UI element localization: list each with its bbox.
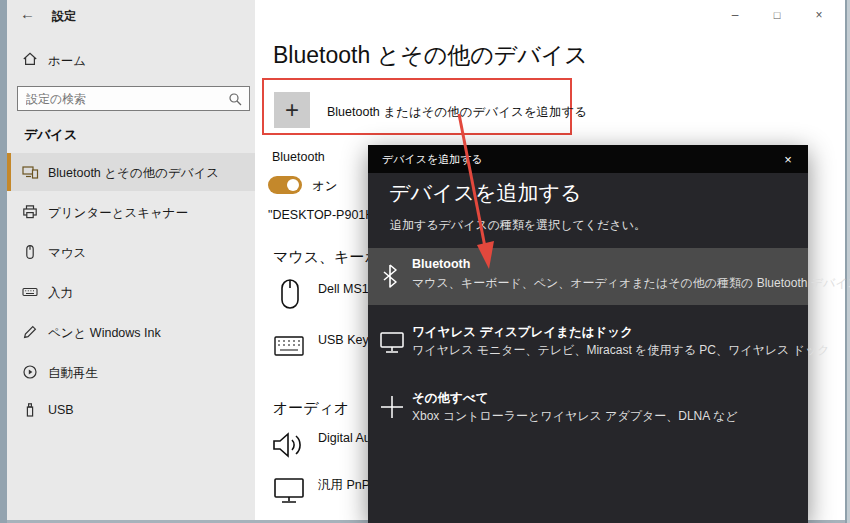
- sidebar-item-label: USB: [48, 403, 74, 417]
- option-title: その他すべて: [412, 390, 488, 407]
- bluetooth-toggle[interactable]: [268, 176, 302, 194]
- sidebar-section-devices: デバイス: [24, 126, 77, 144]
- keyboard-device-icon: [274, 336, 304, 356]
- sidebar-item-usb[interactable]: USB: [7, 391, 255, 429]
- computer-name: "DESKTOP-P901HE: [268, 208, 383, 222]
- sidebar-item-pen-ink[interactable]: ペンと Windows Ink: [7, 313, 255, 351]
- dialog-title: デバイスを追加する: [382, 152, 483, 167]
- section-audio: オーディオ: [273, 399, 349, 418]
- option-title: Bluetooth: [412, 257, 470, 271]
- desktop-edge-right: [845, 0, 850, 523]
- sidebar-item-label: 入力: [48, 285, 73, 302]
- sidebar-item-typing[interactable]: 入力: [7, 273, 255, 311]
- autoplay-icon: [22, 364, 38, 380]
- plus-icon: [380, 395, 404, 419]
- home-icon: [22, 51, 38, 67]
- minimize-button[interactable]: –: [714, 0, 756, 30]
- search-icon[interactable]: [228, 92, 242, 106]
- window-controls: – □ ×: [714, 0, 840, 30]
- window-title: 設定: [52, 8, 76, 25]
- bluetooth-icon: [380, 263, 400, 289]
- settings-sidebar: ホーム デバイス Bluetooth とその他のデバイス プリンターとスキャナー: [7, 0, 255, 520]
- monitor-device-icon: [274, 478, 304, 504]
- pen-icon: [22, 324, 38, 340]
- back-icon[interactable]: ←: [20, 5, 35, 22]
- bluetooth-toggle-state: オン: [312, 178, 338, 195]
- sidebar-item-label: Bluetooth とその他のデバイス: [48, 165, 219, 182]
- search-input[interactable]: [18, 87, 249, 110]
- sidebar-item-label: ホーム: [48, 53, 86, 70]
- sidebar-item-autoplay[interactable]: 自動再生: [7, 353, 255, 391]
- option-bluetooth[interactable]: Bluetooth マウス、キーボード、ペン、オーディオまたはその他の種類の B…: [368, 248, 808, 305]
- option-description: ワイヤレス モニター、テレビ、Miracast を使用する PC、ワイヤレス ド…: [412, 342, 830, 359]
- sidebar-item-label: マウス: [48, 245, 86, 262]
- devices-icon: [22, 164, 39, 180]
- dialog-titlebar: デバイスを追加する ×: [368, 145, 808, 173]
- sidebar-item-home[interactable]: ホーム: [7, 48, 255, 74]
- wireless-display-icon: [380, 332, 404, 354]
- mouse-icon: [22, 244, 38, 260]
- sidebar-item-printers[interactable]: プリンターとスキャナー: [7, 193, 255, 231]
- sidebar-item-label: プリンターとスキャナー: [48, 205, 188, 222]
- sidebar-item-label: 自動再生: [48, 365, 98, 382]
- desktop-edge-left: [0, 0, 7, 523]
- option-wireless-display[interactable]: ワイヤレス ディスプレイまたはドック ワイヤレス モニター、テレビ、Miraca…: [368, 315, 808, 372]
- option-description: Xbox コントローラーとワイヤレス アダプター、DLNA など: [412, 408, 737, 425]
- keyboard-icon: [22, 284, 38, 300]
- close-button[interactable]: ×: [798, 0, 840, 30]
- option-title: ワイヤレス ディスプレイまたはドック: [412, 324, 633, 341]
- page-title: Bluetooth とその他のデバイス: [273, 40, 588, 71]
- sidebar-item-label: ペンと Windows Ink: [48, 325, 161, 342]
- mouse-device-icon: [280, 278, 300, 310]
- add-device-dialog: デバイスを追加する × デバイスを追加する 追加するデバイスの種類を選択してくだ…: [368, 145, 808, 523]
- window-titlebar: [7, 0, 255, 30]
- sidebar-item-mouse[interactable]: マウス: [7, 233, 255, 271]
- dialog-close-icon[interactable]: ×: [768, 145, 808, 173]
- usb-icon: [22, 402, 38, 418]
- maximize-button[interactable]: □: [756, 0, 798, 30]
- sidebar-item-bluetooth-devices[interactable]: Bluetooth とその他のデバイス: [7, 153, 255, 191]
- option-description: マウス、キーボード、ペン、オーディオまたはその他の種類の Bluetooth デ…: [412, 275, 850, 292]
- screenshot-root: ホーム デバイス Bluetooth とその他のデバイス プリンターとスキャナー: [0, 0, 850, 523]
- bluetooth-label: Bluetooth: [272, 150, 325, 164]
- printer-icon: [22, 204, 38, 220]
- add-device-button[interactable]: +: [274, 92, 310, 128]
- dialog-subtitle: 追加するデバイスの種類を選択してください。: [390, 217, 646, 234]
- speaker-icon: [272, 430, 304, 460]
- toggle-knob: [287, 179, 299, 191]
- dialog-heading: デバイスを追加する: [389, 179, 581, 207]
- settings-search-box[interactable]: [17, 86, 250, 111]
- add-device-label[interactable]: Bluetooth またはその他のデバイスを追加する: [327, 104, 587, 121]
- option-everything-else[interactable]: その他すべて Xbox コントローラーとワイヤレス アダプター、DLNA など: [368, 381, 808, 438]
- selected-accent-bar: [7, 153, 11, 191]
